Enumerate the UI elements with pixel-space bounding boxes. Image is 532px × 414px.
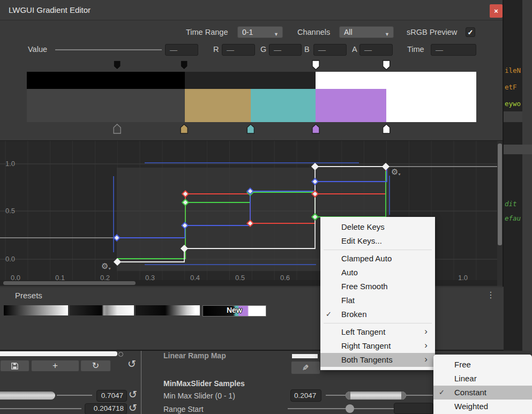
range-start-handle[interactable] [346,404,354,413]
close-button[interactable]: × [490,4,503,18]
samples-title: MinMaxSlider Samples [163,379,245,388]
chevron-down-icon: ▼ [274,29,279,40]
ramp-map-label: Linear Ramp Map [163,351,226,360]
menu-item-label: Broken [341,310,367,319]
minmax-value-field[interactable]: 0.2047 [290,389,321,402]
menu-item-label: Free [454,360,471,369]
submenu-item-free[interactable]: Free [433,358,532,372]
color-key-marker[interactable] [383,124,390,133]
save-button[interactable] [0,360,29,372]
range-start-value-field[interactable] [394,403,433,414]
color-key-marker[interactable] [114,124,121,133]
menu-item-auto[interactable]: Auto [320,266,435,280]
gradient-key-markers[interactable] [0,56,504,137]
menu-item-delete-keys[interactable]: Delete Keys [320,220,435,234]
code-fragment: etF [505,83,517,91]
minmax-slider-bar[interactable] [346,392,406,400]
menu-item-left-tangent[interactable]: Left Tangent› [320,325,435,339]
alpha-key-marker[interactable] [114,61,121,70]
menu-item-label: Right Tangent [341,341,391,350]
menu-separator [324,250,432,250]
submenu-item-weighted[interactable]: Weighted [433,400,532,413]
ramp-preview-bar-right[interactable] [292,354,318,358]
time-field[interactable]: — [431,44,476,56]
check-icon: ✓ [439,386,445,400]
refresh-button[interactable]: ↻ [80,360,111,372]
preset-swatch-2[interactable] [70,305,134,315]
plus-icon: + [53,360,58,371]
minmax-min-handle[interactable] [346,392,350,400]
channels-dropdown[interactable]: All ▼ [339,26,394,38]
srgb-preview-checkbox[interactable]: ✓ [466,27,475,37]
b-label: B [304,45,310,54]
window-titlebar[interactable]: LWGUI Gradient Editor × [0,0,503,20]
alpha-key-marker[interactable] [383,61,390,70]
slider2-track[interactable] [0,408,81,409]
slider1-fill[interactable] [0,392,55,400]
edit-ramp-button[interactable]: ✎ [291,361,320,374]
preset-swatch-new[interactable]: New [203,305,266,317]
alpha-key-marker[interactable] [312,61,319,70]
time-range-dropdown[interactable]: 0-1 ▼ [237,26,283,38]
kebab-menu-icon[interactable]: ⋮ [486,290,495,300]
vscrollbar-thumb[interactable] [498,144,502,245]
range-start-label: Range Start [163,405,204,413]
menu-item-label: Both Tangents [341,355,393,364]
slider1-value-field[interactable]: 0.7047 [96,390,127,402]
ramp-preview-bar-left[interactable] [0,351,117,356]
menu-item-label: Edit Keys... [341,236,382,245]
alpha-key-marker[interactable] [181,61,188,70]
menu-item-right-tangent[interactable]: Right Tangent› [320,339,435,353]
slider2-value-field[interactable]: 0.204718 [85,403,127,414]
undo-icon[interactable]: ↺ [129,402,137,414]
menu-item-flat[interactable]: Flat [320,293,435,307]
channels-label: Channels [297,28,330,36]
submenu-arrow-icon: › [424,338,428,352]
menu-item-label: Linear [454,374,477,383]
code-scroll-block [504,145,532,154]
b-field[interactable]: — [313,44,347,56]
menu-item-label: Weighted [454,402,488,411]
hscrollbar-thumb[interactable] [3,281,136,285]
menu-item-label: Constant [454,388,486,397]
minmax-slider-label: Min Max Slider (0 - 1) [163,392,235,400]
color-key-marker[interactable] [181,124,188,133]
menu-item-free-smooth[interactable]: Free Smooth [320,280,435,293]
menu-item-clamped-auto[interactable]: Clamped Auto [320,252,435,266]
undo-icon[interactable]: ↺ [128,358,136,370]
menu-separator [324,323,432,323]
r-field[interactable]: — [222,44,255,56]
a-field[interactable]: — [359,44,393,56]
submenu-item-linear[interactable]: Linear [433,372,532,386]
a-label: A [352,45,357,54]
submenu-item-constant[interactable]: ✓Constant [433,386,532,400]
check-icon: ✓ [468,28,474,36]
check-icon: ✓ [326,307,332,321]
pane-divider[interactable] [141,351,141,414]
value-slider[interactable] [55,49,162,50]
menu-item-both-tangents[interactable]: Both Tangents› [320,353,435,367]
refresh-icon: ↻ [92,361,99,370]
menu-item-label: Left Tangent [341,327,385,336]
slider1-track[interactable] [57,395,92,396]
preset-swatch-3[interactable] [136,305,200,315]
chevron-down-icon: ▼ [385,29,389,40]
curve-settings-gear-icon[interactable]: ⚙▾ [101,261,110,271]
key-settings-gear-icon[interactable]: ⚙▾ [391,167,400,177]
color-key-marker[interactable] [247,124,254,133]
time-range-label: Time Range [186,28,228,36]
add-button[interactable]: + [31,360,79,372]
circle-icon [118,352,123,357]
menu-item-edit-keys[interactable]: Edit Keys... [320,234,435,248]
g-field[interactable]: — [269,44,302,56]
value-field[interactable]: — [165,44,198,56]
menu-item-broken[interactable]: ✓Broken [320,307,435,321]
undo-icon[interactable]: ↺ [129,388,137,401]
value-label: Value [28,45,47,54]
minmax-max-handle[interactable] [401,392,406,400]
pencil-icon: ✎ [302,362,309,374]
code-fragment: efau [505,214,521,222]
color-key-marker[interactable] [312,124,319,133]
preset-swatch-1[interactable] [4,305,68,315]
presets-label: Presets [15,291,42,300]
